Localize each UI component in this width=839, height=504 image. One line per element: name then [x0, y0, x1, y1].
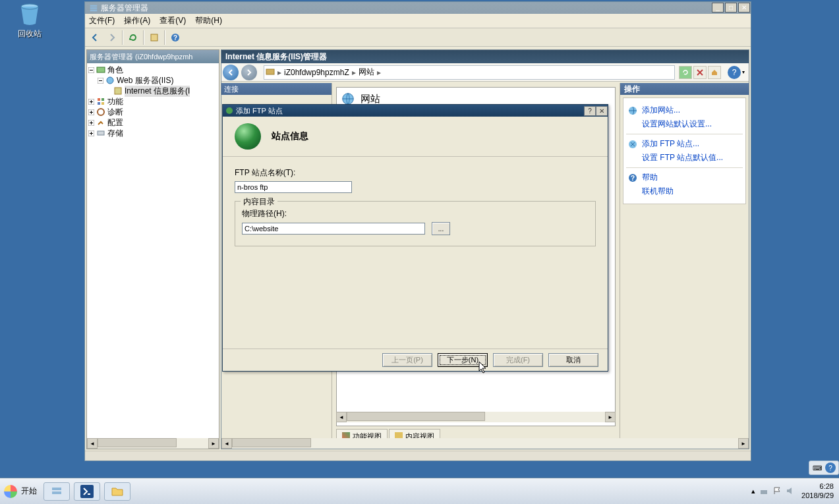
globe-icon: [235, 123, 261, 150]
svg-point-25: [98, 109, 104, 115]
iis-home-button[interactable]: [708, 66, 721, 79]
center-hscroll[interactable]: ◄ ►: [336, 412, 616, 422]
breadcrumb[interactable]: ▸ iZ0hfdwp9hpzmhZ ▸ 网站 ▸: [264, 65, 675, 80]
taskbar-powershell[interactable]: [74, 482, 100, 501]
svg-rect-20: [98, 102, 100, 105]
tree-hscroll[interactable]: ◄ ►: [87, 438, 219, 449]
center-scroll-left[interactable]: ◄: [336, 412, 347, 422]
tool-bar: ?: [85, 28, 751, 47]
action-ftp-defaults[interactable]: 设置 FTP 站点默认值...: [627, 152, 741, 163]
crumb-sep-1: ▸: [277, 68, 281, 77]
dialog-close-button[interactable]: ✕: [596, 106, 608, 116]
dialog-icon: [225, 107, 233, 115]
site-name-input[interactable]: n-bros ftp: [235, 181, 352, 193]
menu-file[interactable]: 文件(F): [89, 15, 115, 26]
crumb-host[interactable]: iZ0hfdwp9hpzmhZ: [284, 68, 349, 77]
tree-node-diagnostics[interactable]: 诊断: [88, 107, 219, 117]
minimize-button[interactable]: _: [712, 3, 724, 13]
scroll-right-icon[interactable]: ►: [208, 438, 219, 449]
dialog-heading: 站点信息: [272, 130, 308, 142]
start-button[interactable]: 开始: [4, 485, 37, 498]
desktop-recyclebin[interactable]: 回收站: [7, 1, 53, 40]
features-icon: [96, 96, 106, 107]
language-bar[interactable]: ⌨ ?: [809, 461, 839, 475]
svg-point-13: [107, 77, 113, 84]
close-button[interactable]: ✕: [738, 3, 750, 13]
iis-help-button[interactable]: ?: [728, 66, 741, 79]
iis-navbar: ▸ iZ0hfdwp9hpzmhZ ▸ 网站 ▸ ? ▾: [221, 63, 749, 82]
tree-node-config[interactable]: 配置: [88, 117, 219, 128]
tray-speaker-icon[interactable]: [786, 486, 795, 497]
file-explorer-icon: [111, 485, 124, 498]
nav-back-button[interactable]: [88, 30, 102, 45]
web-server-icon: [105, 75, 115, 86]
finish-button[interactable]: 完成(F): [493, 353, 543, 367]
tree-node-roles[interactable]: 角色: [88, 65, 219, 75]
add-ftp-icon: [627, 139, 638, 150]
add-ftp-site-dialog: 添加 FTP 站点 ? ✕ 站点信息 FTP 站点名称(T): n-bros f…: [222, 104, 608, 372]
physical-path-input[interactable]: C:\website: [242, 223, 425, 235]
config-icon: [96, 117, 106, 128]
center-heading-label: 网站: [361, 93, 380, 105]
crumb-computer-icon[interactable]: [266, 68, 275, 77]
menu-view[interactable]: 查看(V): [159, 15, 186, 26]
maximize-button[interactable]: □: [725, 3, 737, 13]
taskbar-server-manager[interactable]: [43, 482, 70, 501]
svg-rect-42: [52, 488, 61, 490]
iis-scroll-left[interactable]: ◄: [221, 438, 232, 449]
tray-flag-icon[interactable]: [772, 486, 782, 497]
langbar-kbd-icon[interactable]: ⌨: [812, 462, 823, 473]
help-button-toolbar[interactable]: ?: [168, 30, 183, 45]
svg-point-41: [226, 107, 233, 114]
cancel-button[interactable]: 取消: [548, 353, 598, 367]
tree-node-iis-service[interactable]: Internet 信息服务(I: [88, 86, 219, 96]
action-site-defaults[interactable]: 设置网站默认设置...: [627, 119, 741, 130]
svg-rect-32: [98, 131, 104, 135]
action-add-ftp[interactable]: 添加 FTP 站点...: [627, 138, 741, 150]
statusbar: [85, 451, 751, 461]
iis-scroll-right[interactable]: ►: [738, 438, 749, 449]
tree-node-storage[interactable]: 存储: [88, 128, 219, 138]
iis-nav-back[interactable]: [223, 65, 239, 80]
nav-fwd-button[interactable]: [105, 30, 119, 45]
iis-service-icon: [113, 86, 123, 96]
crumb-sep-2: ▸: [352, 68, 356, 77]
iis-refresh-button[interactable]: [679, 66, 692, 79]
iis-bottom-scroll[interactable]: ◄ ►: [221, 438, 749, 449]
menu-action[interactable]: 操作(A): [124, 15, 150, 26]
properties-button[interactable]: [147, 30, 161, 45]
dialog-help-button[interactable]: ?: [584, 106, 596, 116]
center-scroll-right[interactable]: ►: [605, 412, 616, 422]
langbar-help-icon[interactable]: ?: [825, 462, 836, 473]
iis-title: Internet 信息服务(IIS)管理器: [221, 50, 749, 63]
svg-rect-33: [266, 69, 274, 74]
tray-clock[interactable]: 6:28 2018/9/29: [801, 482, 834, 499]
tree-header[interactable]: 服务器管理器 (iZ0hfdwp9hpzmh: [87, 50, 219, 63]
tray-network-icon[interactable]: [759, 486, 768, 497]
path-label: 物理路径(H):: [242, 208, 589, 219]
add-site-icon: [627, 105, 638, 116]
tray-chevron-icon[interactable]: ▴: [751, 487, 755, 495]
crumb-sites[interactable]: 网站: [359, 67, 374, 78]
iis-nav-fwd[interactable]: [241, 65, 257, 80]
scroll-left-icon[interactable]: ◄: [87, 438, 98, 449]
roles-icon: [96, 65, 106, 75]
menu-help[interactable]: 帮助(H): [195, 15, 222, 26]
action-add-site[interactable]: 添加网站...: [627, 105, 741, 116]
prev-button[interactable]: 上一页(P): [382, 353, 432, 367]
iis-stop-button[interactable]: [693, 66, 707, 79]
svg-text:?: ?: [631, 175, 635, 182]
refresh-button[interactable]: [126, 30, 140, 45]
browse-button[interactable]: ...: [432, 222, 450, 235]
svg-rect-4: [90, 10, 98, 12]
tree-node-web-iis[interactable]: Web 服务器(IIS): [88, 75, 219, 86]
tree-pane: 服务器管理器 (iZ0hfdwp9hpzmh 角色 Web 服务器(IIS) I…: [86, 49, 219, 449]
taskbar-explorer[interactable]: [104, 482, 130, 501]
help-icon: ?: [627, 173, 638, 183]
action-online-help[interactable]: 联机帮助: [627, 186, 741, 197]
tree-node-features[interactable]: 功能: [88, 96, 219, 107]
start-orb-icon: [4, 485, 17, 498]
action-help[interactable]: ? 帮助: [627, 172, 741, 183]
dialog-titlebar[interactable]: 添加 FTP 站点 ? ✕: [223, 105, 608, 117]
server-manager-titlebar[interactable]: 服务器管理器 _ □ ✕: [85, 2, 751, 14]
